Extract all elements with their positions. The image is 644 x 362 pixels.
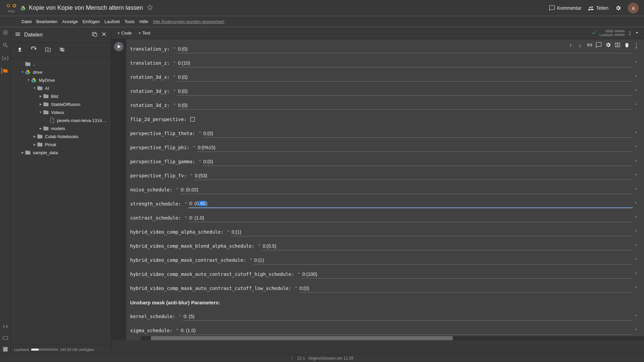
code-snippets-icon[interactable] bbox=[2, 323, 9, 330]
tree-arrow-icon[interactable]: ▶ bbox=[39, 103, 42, 106]
terminal-icon[interactable] bbox=[2, 346, 9, 353]
tree-row[interactable]: pexels-maxi-leiva-1314… bbox=[11, 116, 111, 124]
settings-icon[interactable] bbox=[615, 5, 621, 11]
form-input[interactable]: 0:(0) bbox=[177, 101, 632, 110]
comment-button[interactable]: Kommentar bbox=[549, 5, 581, 11]
runtime-menu-caret[interactable]: ▲▼ bbox=[629, 30, 631, 36]
ram-indicator[interactable]: RAM Laufwerk bbox=[600, 29, 625, 37]
form-label: perspective_flip_gamma: bbox=[130, 159, 199, 164]
form-label: sigma_schedule: bbox=[130, 328, 176, 333]
menu-view[interactable]: Anzeige bbox=[62, 19, 78, 24]
menu-file[interactable]: Datei bbox=[21, 19, 32, 24]
save-status[interactable]: Alle Änderungen wurden gespeichert bbox=[153, 19, 224, 24]
section-unsharp: Unsharp mask (anti-blur) Parameters: bbox=[130, 300, 223, 305]
tree-arrow-icon[interactable]: ▼ bbox=[21, 70, 24, 74]
pro-badge: PRO bbox=[8, 10, 15, 13]
form-input[interactable]: 0:(0.5) bbox=[262, 242, 632, 250]
tree-arrow-icon[interactable]: ▼ bbox=[39, 111, 42, 114]
form-input[interactable]: 0: (5) bbox=[183, 312, 632, 321]
tree-arrow-icon[interactable]: ▶ bbox=[21, 151, 24, 154]
tree-arrow-icon[interactable]: ▶ bbox=[33, 143, 36, 146]
form-input[interactable]: 0:(1) bbox=[231, 228, 633, 236]
form-row: perspective_flip_theta:"0:(0)" bbox=[130, 126, 637, 138]
form-input[interactable]: 0:(0) bbox=[177, 87, 632, 96]
tree-arrow-icon[interactable]: ▶ bbox=[33, 135, 36, 138]
files-icon[interactable] bbox=[1, 67, 8, 74]
toc-icon[interactable] bbox=[2, 29, 9, 36]
form-input[interactable]: 0:(100) bbox=[302, 270, 632, 279]
avatar[interactable]: a bbox=[628, 3, 639, 13]
tree-row[interactable]: ▼AI bbox=[11, 84, 111, 92]
form-input[interactable]: 0:(0) bbox=[203, 158, 632, 166]
search-icon[interactable] bbox=[2, 42, 9, 49]
file-tree[interactable]: ..▼drive▼MyDrive▼AI▶Bild▶StableDiffusion… bbox=[11, 58, 111, 345]
new-window-icon[interactable] bbox=[92, 31, 98, 38]
form-input[interactable]: 0:(t%15) bbox=[197, 143, 632, 152]
menu-edit[interactable]: Bearbeiten bbox=[36, 19, 57, 24]
tree-row[interactable]: .. bbox=[11, 60, 111, 68]
form-input[interactable]: 0:(0) bbox=[177, 73, 632, 81]
tree-row[interactable]: ▼drive bbox=[11, 68, 111, 76]
tree-row[interactable]: ▼MyDrive bbox=[11, 76, 111, 84]
tree-row[interactable]: ▶Bild bbox=[11, 92, 111, 100]
doc-title[interactable]: Kopie von Kopie von Mensch altern lassen bbox=[29, 4, 143, 11]
form-input[interactable]: 0:(0) bbox=[177, 45, 632, 53]
menubar: Datei Bearbeiten Anzeige Einfügen Laufze… bbox=[0, 16, 644, 27]
command-palette-icon[interactable] bbox=[2, 335, 9, 341]
form-input[interactable]: 0:(53) bbox=[194, 172, 633, 180]
form-label: perspective_flip_fv: bbox=[130, 173, 190, 178]
tree-row[interactable]: ▼Videos bbox=[11, 108, 111, 116]
tree-arrow-icon[interactable]: ▶ bbox=[39, 95, 42, 98]
tree-arrow-icon[interactable]: ▶ bbox=[39, 127, 42, 130]
menu-tools[interactable]: Tools bbox=[124, 19, 135, 24]
star-icon[interactable] bbox=[147, 4, 153, 11]
form-label: rotation_3d_x: bbox=[130, 74, 173, 80]
disk-bar bbox=[31, 349, 58, 351]
toggle-hidden-icon[interactable] bbox=[59, 47, 65, 54]
form-label: strength_schedule: bbox=[130, 201, 184, 206]
files-sidebar: Dateien ..▼drive▼MyDrive▼AI▶Bild▶StableD… bbox=[11, 27, 111, 354]
share-button[interactable]: Teilen bbox=[588, 5, 608, 11]
form-input[interactable]: 0:(10) bbox=[177, 59, 632, 67]
tree-row[interactable]: ▶sample_data bbox=[11, 148, 111, 157]
tree-row[interactable]: ▶Colab Notebooks bbox=[11, 132, 111, 140]
add-code-button[interactable]: +Code bbox=[115, 29, 134, 37]
tree-arrow-icon[interactable]: ▼ bbox=[27, 78, 30, 82]
form-row: contrast_schedule:"0: (1.0)" bbox=[130, 211, 637, 223]
colab-logo: PRO bbox=[5, 2, 17, 14]
form-row: perspective_flip_gamma:"0:(0)" bbox=[130, 155, 637, 167]
sidebar-menu-icon[interactable] bbox=[15, 31, 21, 38]
notebook[interactable]: ↑ ↓ ⋮ translation_y:"0:(0)"translation_z… bbox=[111, 39, 644, 354]
form-label: rotation_3d_y: bbox=[130, 88, 173, 94]
menu-runtime[interactable]: Laufzeit bbox=[105, 19, 120, 24]
close-sidebar-icon[interactable] bbox=[101, 31, 107, 38]
form-input[interactable]: 0: (0.02) bbox=[180, 186, 633, 194]
variables-icon[interactable]: {x} bbox=[2, 55, 9, 61]
form-row: flip_2d_perspective: bbox=[130, 112, 637, 124]
horizontal-scrollbar[interactable] bbox=[141, 336, 644, 340]
folder-icon bbox=[37, 141, 43, 147]
upload-icon[interactable] bbox=[17, 47, 23, 54]
refresh-icon[interactable] bbox=[31, 47, 37, 54]
form-checkbox[interactable] bbox=[190, 117, 195, 122]
form-input[interactable]: 0:(0) bbox=[203, 129, 632, 138]
menu-insert[interactable]: Einfügen bbox=[83, 19, 100, 24]
mount-drive-icon[interactable] bbox=[45, 47, 51, 54]
form-input[interactable]: 0:(0) bbox=[299, 284, 633, 293]
tree-arrow-icon[interactable]: ▼ bbox=[33, 86, 36, 90]
tree-row[interactable]: ▶Privat bbox=[11, 140, 111, 148]
add-text-button[interactable]: +Text bbox=[137, 29, 152, 37]
run-button[interactable] bbox=[114, 42, 123, 51]
form-input[interactable]: 0: (1.0) bbox=[180, 326, 633, 335]
form-row: rotation_3d_y:"0:(0)" bbox=[130, 84, 637, 96]
form-input[interactable]: 0: (1.0) bbox=[189, 214, 632, 222]
form-input[interactable]: 0:(1) bbox=[254, 256, 633, 264]
folder-icon bbox=[43, 109, 49, 115]
form-label: kernel_schedule: bbox=[130, 314, 179, 319]
form-input[interactable]: 0: (0.65) bbox=[189, 199, 632, 208]
menu-help[interactable]: Hilfe bbox=[139, 19, 148, 24]
tree-row[interactable]: ▶StableDiffusion bbox=[11, 100, 111, 108]
tree-row[interactable]: ▶models bbox=[11, 124, 111, 132]
collapse-icon[interactable] bbox=[634, 29, 640, 37]
main-area: +Code +Text RAM Laufwerk ▲▼ ↑ bbox=[111, 27, 644, 354]
